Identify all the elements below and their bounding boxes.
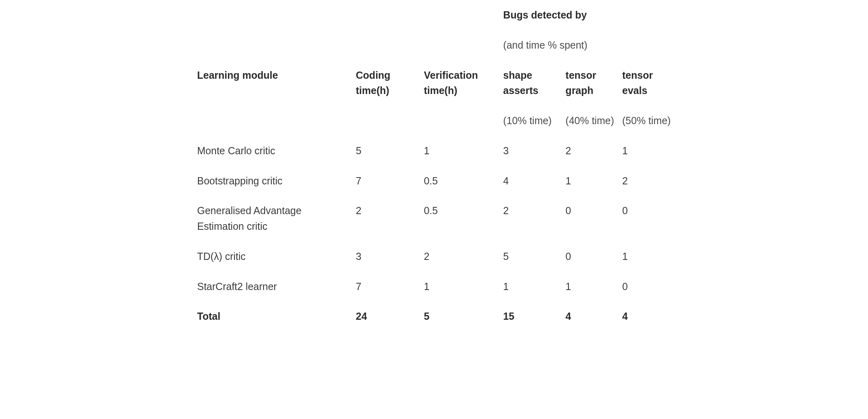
col-header-module: Learning module (193, 60, 352, 106)
table-row: StarCraft2 learner 7 1 1 1 0 (193, 272, 675, 302)
cell-graph: 1 (562, 166, 618, 196)
cell-verif: 0.5 (420, 196, 499, 241)
cell-shape: 3 (499, 136, 561, 166)
col-header-evals: tensor evals (618, 60, 675, 106)
cell-coding: 5 (352, 136, 420, 166)
cell-evals: 0 (618, 196, 675, 241)
col-header-verif: Verification time(h) (420, 60, 499, 106)
table-row: Monte Carlo critic 5 1 3 2 1 (193, 136, 675, 166)
cell-evals: 1 (618, 136, 675, 166)
cell-module: Monte Carlo critic (193, 136, 352, 166)
table-row: TD(λ) critic 3 2 5 0 1 (193, 241, 675, 272)
col-header-shape: shape asserts (499, 60, 561, 106)
cell-evals: 2 (618, 166, 675, 196)
cell-shape: 1 (499, 272, 561, 302)
cell-shape: 2 (499, 196, 561, 241)
cell-module: StarCraft2 learner (193, 272, 352, 302)
col-header-coding: Coding time(h) (352, 60, 420, 106)
total-row: Total 24 5 15 4 4 (193, 301, 675, 331)
cell-graph: 0 (562, 241, 618, 272)
table-container: Bugs detected by (and time % spent) Lear… (113, 0, 755, 331)
cell-verif-total: 5 (420, 301, 499, 331)
col-header-graph: tensor graph (562, 60, 618, 106)
time-pct-evals: (50% time) (618, 106, 675, 136)
bugs-table: Bugs detected by (and time % spent) Lear… (193, 0, 675, 331)
cell-module: Bootstrapping critic (193, 166, 352, 196)
time-pct-row: (10% time) (40% time) (50% time) (193, 106, 675, 136)
time-pct-graph: (40% time) (562, 106, 618, 136)
time-pct-shape: (10% time) (499, 106, 561, 136)
cell-verif: 2 (420, 241, 499, 272)
cell-verif: 1 (420, 272, 499, 302)
cell-coding: 2 (352, 196, 420, 241)
super-header-row: Bugs detected by (193, 0, 675, 30)
sub-header-row: (and time % spent) (193, 30, 675, 60)
cell-module: TD(λ) critic (193, 241, 352, 272)
cell-module-total: Total (193, 301, 352, 331)
cell-evals: 1 (618, 241, 675, 272)
bugs-header: Bugs detected by (499, 0, 675, 30)
cell-graph: 0 (562, 196, 618, 241)
cell-evals-total: 4 (618, 301, 675, 331)
cell-verif: 0.5 (420, 166, 499, 196)
cell-coding: 7 (352, 166, 420, 196)
cell-verif: 1 (420, 136, 499, 166)
cell-coding: 7 (352, 272, 420, 302)
cell-shape: 4 (499, 166, 561, 196)
cell-evals: 0 (618, 272, 675, 302)
cell-graph: 1 (562, 272, 618, 302)
cell-graph: 2 (562, 136, 618, 166)
bugs-subheader: (and time % spent) (499, 30, 675, 60)
cell-shape-total: 15 (499, 301, 561, 331)
table-row: Bootstrapping critic 7 0.5 4 1 2 (193, 166, 675, 196)
cell-coding: 3 (352, 241, 420, 272)
cell-module: Generalised Advantage Estimation critic (193, 196, 352, 241)
cell-shape: 5 (499, 241, 561, 272)
cell-graph-total: 4 (562, 301, 618, 331)
cell-coding-total: 24 (352, 301, 420, 331)
column-header-row: Learning module Coding time(h) Verificat… (193, 60, 675, 106)
table-row: Generalised Advantage Estimation critic … (193, 196, 675, 241)
